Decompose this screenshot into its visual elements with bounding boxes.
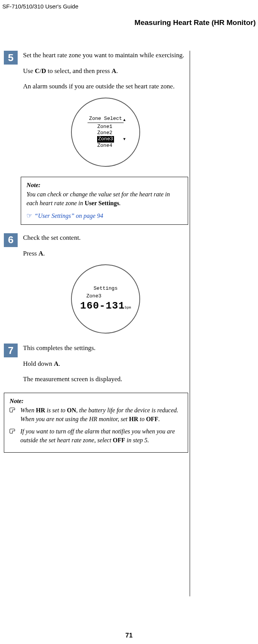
step-number-7: 7 (4, 344, 18, 357)
scroll-down-icon: ▼ (123, 137, 126, 142)
step-number-6: 6 (4, 233, 18, 247)
header-product-guide: SF-710/510/310 User's Guide (2, 3, 78, 10)
step-7-text-2: Hold down A. (23, 359, 188, 369)
watch-zone-label: Zone3 (86, 293, 101, 300)
column-divider (190, 51, 190, 596)
zone-option-1: Zone1 (97, 124, 114, 130)
scroll-up-icon: ▲ (123, 118, 126, 123)
note-hr-battery-alarm: Note: When HR is set to ON, the battery … (4, 393, 188, 453)
step-6-body: Check the set content. Press A. Settings… (23, 233, 188, 341)
zone-option-4: Zone4 (97, 143, 114, 149)
note-user-settings: Note: You can check or change the value … (21, 177, 188, 225)
step-5-watch-illustration: Zone Select Zone1 Zone2 Zone3 Zone4 ▲ ▼ (23, 98, 188, 167)
page-section-title: Measuring Heart Rate (HR Monitor) (134, 18, 256, 27)
step-5-text-3: An alarm sounds if you are outside the s… (23, 82, 188, 91)
step-6: 6 Check the set content. Press A. Settin… (4, 233, 188, 341)
step-5: 5 Set the heart rate zone you want to ma… (4, 51, 188, 174)
cross-reference-link[interactable]: ☞“User Settings” on page 94 (26, 211, 182, 221)
step-7-text-3: The measurement screen is displayed. (23, 375, 188, 384)
watch-settings-confirm: Settings Zone3 160-131bpm (71, 264, 140, 334)
note-list-item-1: When HR is set to ON, the battery life f… (10, 406, 182, 423)
step-7: 7 This completes the settings. Hold down… (4, 344, 188, 390)
step-5-body: Set the heart rate zone you want to main… (23, 51, 188, 174)
main-content-column: 5 Set the heart rate zone you want to ma… (4, 51, 188, 461)
step-7-text-1: This completes the settings. (23, 344, 188, 353)
watch-screen-title: Zone Select (88, 116, 124, 123)
step-5-text-1: Set the heart rate zone you want to main… (23, 51, 188, 60)
watch-screen-title-2: Settings (92, 285, 119, 292)
note-heading: Note: (26, 181, 182, 189)
step-5-text-2: Use C/D to select, and then press A. (23, 66, 188, 76)
step-6-text-2: Press A. (23, 249, 188, 259)
bullet-icon (10, 429, 15, 433)
pointer-hand-icon: ☞ (26, 212, 32, 219)
step-6-watch-illustration: Settings Zone3 160-131bpm (23, 264, 188, 334)
step-6-text-1: Check the set content. (23, 233, 188, 243)
page-number: 71 (0, 632, 258, 639)
bullet-icon (10, 408, 15, 412)
watch-hr-range: 160-131bpm (80, 300, 131, 313)
step-7-body: This completes the settings. Hold down A… (23, 344, 188, 390)
note-body: You can check or change the value set fo… (26, 190, 182, 207)
note-heading-2: Note: (10, 397, 182, 405)
zone-option-3-selected: Zone3 (97, 136, 114, 142)
watch-zone-select: Zone Select Zone1 Zone2 Zone3 Zone4 ▲ ▼ (71, 98, 140, 167)
watch-zone-list: Zone1 Zone2 Zone3 Zone4 (97, 124, 114, 149)
note-list-item-2: If you want to turn off the alarm that n… (10, 427, 182, 445)
step-number-5: 5 (4, 51, 18, 65)
link-text: “User Settings” on page 94 (35, 212, 103, 219)
zone-option-2: Zone2 (97, 130, 114, 136)
